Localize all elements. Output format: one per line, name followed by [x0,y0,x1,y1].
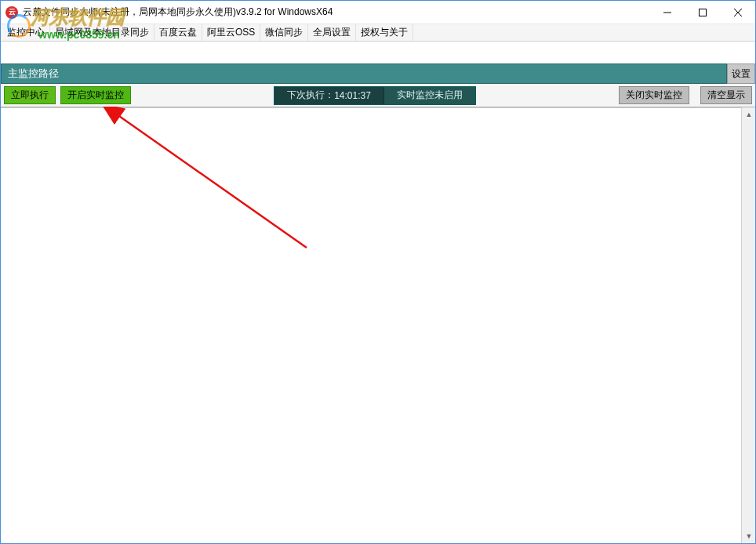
blank-strip [1,42,755,63]
svg-rect-1 [699,9,706,16]
menu-lan-sync[interactable]: 局域网及本地目录同步 [50,24,154,41]
window-controls [649,1,755,24]
status-group: 下次执行：14:01:37 实时监控未启用 [274,86,476,105]
close-button[interactable] [720,1,755,24]
start-monitor-button[interactable]: 开启实时监控 [60,86,131,104]
content-area: ▲ ▼ [1,107,755,543]
vertical-scrollbar[interactable]: ▲ ▼ [741,107,755,543]
menu-wechat[interactable]: 微信同步 [260,24,308,41]
run-now-button[interactable]: 立即执行 [4,86,56,104]
scroll-up-arrow[interactable]: ▲ [742,107,756,121]
next-run-label: 下次执行： [287,89,334,102]
menu-about[interactable]: 授权与关于 [356,24,413,41]
titlebar: 云 云麓文件同步大师(未注册，局网本地同步永久使用)v3.9.2 for Win… [1,1,755,24]
menu-baidu[interactable]: 百度云盘 [154,24,202,41]
path-row: 主监控路径 设置 [1,63,755,84]
settings-button[interactable]: 设置 [727,63,755,84]
stop-monitor-button[interactable]: 关闭实时监控 [619,86,689,104]
scroll-down-arrow[interactable]: ▼ [742,529,756,543]
toolbar-right-group: 关闭实时监控 清空显示 [619,86,752,104]
menu-aliyun[interactable]: 阿里云OSS [202,24,260,41]
menubar: 监控中心 局域网及本地目录同步 百度云盘 阿里云OSS 微信同步 全局设置 授权… [1,24,755,42]
main-monitor-path-label: 主监控路径 [1,63,727,84]
menu-global-settings[interactable]: 全局设置 [308,24,356,41]
monitor-status: 实时监控未启用 [384,87,475,104]
next-run-status: 下次执行：14:01:37 [274,87,384,104]
menu-monitor-center[interactable]: 监控中心 [2,24,50,41]
next-run-time: 14:01:37 [334,90,371,101]
window-title: 云麓文件同步大师(未注册，局网本地同步永久使用)v3.9.2 for Windo… [23,5,333,19]
maximize-button[interactable] [685,1,720,24]
minimize-button[interactable] [649,1,685,24]
clear-display-button[interactable]: 清空显示 [700,86,752,104]
log-area [1,107,741,543]
app-icon: 云 [5,6,18,19]
toolbar: 立即执行 开启实时监控 下次执行：14:01:37 实时监控未启用 关闭实时监控… [1,84,755,107]
application-window: 云 云麓文件同步大师(未注册，局网本地同步永久使用)v3.9.2 for Win… [0,0,756,544]
